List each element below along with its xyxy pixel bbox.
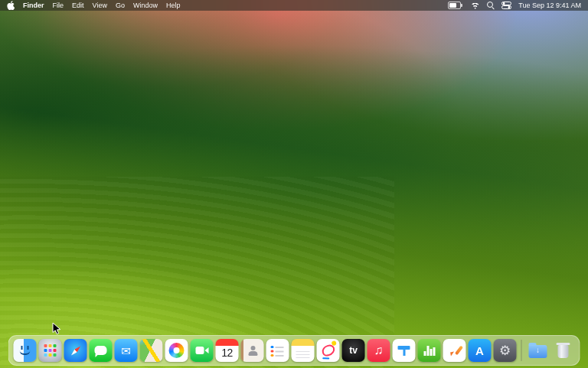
dock-item-mail[interactable]: ✉ <box>114 338 139 363</box>
menu-item-finder[interactable]: Finder <box>23 2 44 9</box>
dock-item-launchpad[interactable] <box>38 338 63 363</box>
apple-menu-icon[interactable] <box>7 1 15 10</box>
dock: ✉12tv♫A⚙ <box>8 335 580 366</box>
photos-icon <box>169 343 185 358</box>
keynote-icon <box>398 346 410 356</box>
apple-icon <box>7 1 15 10</box>
pages-icon <box>449 345 460 357</box>
system-settings-icon: ⚙ <box>499 344 511 357</box>
facetime-icon <box>195 347 208 354</box>
trash-icon <box>558 345 569 358</box>
notes-icon <box>296 350 310 359</box>
dock-item-facetime[interactable] <box>190 338 214 363</box>
dock-item-freeform[interactable] <box>316 338 341 363</box>
dock-item-keynote[interactable] <box>392 338 416 363</box>
freeform-icon <box>320 344 335 357</box>
dock-item-app-store[interactable]: A <box>468 338 492 363</box>
menubar-menus: FinderFileEditViewGoWindowHelp <box>23 2 180 9</box>
messages-icon <box>95 346 107 355</box>
app-store-icon: A <box>475 345 484 357</box>
downloads-icon <box>529 345 547 358</box>
numbers-icon <box>423 346 435 356</box>
menu-item-view[interactable]: View <box>93 2 107 9</box>
dock-item-safari[interactable] <box>64 338 88 363</box>
launchpad-icon <box>44 344 57 357</box>
control-center-icon[interactable] <box>501 2 511 9</box>
menu-item-go[interactable]: Go <box>116 2 125 9</box>
dock-divider <box>521 340 522 361</box>
dock-item-music[interactable]: ♫ <box>367 338 391 363</box>
dock-item-finder[interactable] <box>13 338 38 363</box>
menu-item-edit[interactable]: Edit <box>72 2 84 9</box>
dock-item-calendar[interactable]: 12 <box>215 338 240 363</box>
dock-item-messages[interactable] <box>89 338 113 363</box>
mail-icon: ✉ <box>121 345 131 357</box>
menu-item-help[interactable]: Help <box>166 2 181 9</box>
spotlight-icon[interactable] <box>487 2 495 9</box>
safari-icon <box>69 344 82 357</box>
dock-item-contacts[interactable] <box>240 338 265 363</box>
dock-item-numbers[interactable] <box>417 338 442 363</box>
dock-item-photos[interactable] <box>165 338 189 363</box>
contacts-icon <box>248 346 259 356</box>
dock-item-maps[interactable] <box>139 338 164 363</box>
menu-item-window[interactable]: Window <box>133 2 158 9</box>
menu-item-file[interactable]: File <box>53 2 64 9</box>
finder-icon <box>20 346 31 355</box>
menubar-clock[interactable]: Tue Sep 12 9:41 AM <box>518 2 581 9</box>
dock-item-downloads[interactable] <box>526 338 550 363</box>
desktop: FinderFileEditViewGoWindowHelp Tue Sep 1… <box>0 0 588 368</box>
dock-item-notes[interactable] <box>291 338 315 363</box>
wifi-icon[interactable] <box>470 2 480 9</box>
music-icon: ♫ <box>374 344 384 357</box>
calendar-icon: 12 <box>221 347 233 358</box>
tv-icon: tv <box>349 346 358 355</box>
status-icons <box>448 2 511 9</box>
dock-item-pages[interactable] <box>443 338 467 363</box>
battery-icon[interactable] <box>448 2 461 9</box>
dock-item-system-settings[interactable]: ⚙ <box>493 338 518 363</box>
dock-item-trash[interactable] <box>551 338 576 363</box>
dock-item-reminders[interactable] <box>266 338 290 363</box>
reminders-icon <box>271 345 285 357</box>
dock-item-tv[interactable]: tv <box>341 338 366 363</box>
menubar: FinderFileEditViewGoWindowHelp Tue Sep 1… <box>0 0 588 11</box>
